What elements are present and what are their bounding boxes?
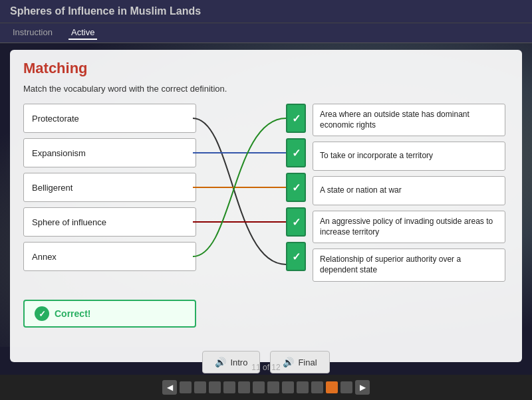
matching-lines: [193, 104, 326, 290]
correct-label: Correct!: [55, 308, 90, 319]
intro-audio-icon: 🔊: [215, 357, 226, 367]
def-5[interactable]: Relationship of superior authority over …: [313, 249, 505, 281]
page-label: 11 of 12: [251, 363, 280, 372]
matching-area: Protectorate Expansionism Belligerent Sp…: [23, 104, 509, 290]
check-5: ✓: [286, 242, 306, 271]
term-3[interactable]: Belligerent: [23, 173, 196, 202]
intro-label: Intro: [230, 357, 247, 367]
main-content: Matching Match the vocabulary word with …: [10, 50, 522, 362]
nav-bar: ◀ ▶: [0, 375, 532, 400]
nav-dot-7[interactable]: [267, 381, 279, 393]
nav-dot-6[interactable]: [253, 381, 265, 393]
correct-icon: ✓: [35, 306, 49, 321]
check-2: ✓: [286, 138, 306, 167]
tab-instruction[interactable]: Instruction: [10, 26, 55, 40]
term-5[interactable]: Annex: [23, 242, 196, 271]
nav-dot-9[interactable]: [297, 381, 309, 393]
tab-active[interactable]: Active: [68, 26, 97, 40]
def-1[interactable]: Area where an outside state has dominant…: [313, 104, 505, 136]
nav-dot-11[interactable]: [326, 381, 338, 393]
instruction-text: Match the vocabulary word with the corre…: [23, 84, 509, 94]
term-2[interactable]: Expansionism: [23, 138, 196, 167]
nav-dot-12[interactable]: [340, 381, 352, 393]
title-bar: Spheres of Influence in Muslim Lands: [0, 0, 532, 23]
def-4[interactable]: An aggressive policy of invading outside…: [313, 211, 505, 243]
nav-dot-1[interactable]: [180, 381, 192, 393]
def-3[interactable]: A state or nation at war: [313, 176, 505, 205]
def-2[interactable]: To take or incorporate a territory: [313, 142, 505, 171]
nav-dot-10[interactable]: [311, 381, 323, 393]
defs-column: Area where an outside state has dominant…: [313, 104, 505, 282]
nav-dot-8[interactable]: [282, 381, 294, 393]
nav-dot-2[interactable]: [194, 381, 206, 393]
checkboxes-col: ✓ ✓ ✓ ✓ ✓: [286, 104, 306, 271]
check-4: ✓: [286, 207, 306, 237]
term-4[interactable]: Sphere of influence: [23, 207, 196, 237]
check-1: ✓: [286, 104, 306, 133]
nav-dot-3[interactable]: [209, 381, 221, 393]
nav-prev[interactable]: ◀: [162, 380, 177, 395]
nav-dot-5[interactable]: [238, 381, 250, 393]
check-3: ✓: [286, 173, 306, 202]
tab-bar: Instruction Active: [0, 23, 532, 43]
final-audio-icon: 🔊: [283, 357, 294, 367]
terms-column: Protectorate Expansionism Belligerent Sp…: [23, 104, 196, 271]
term-1[interactable]: Protectorate: [23, 104, 196, 133]
final-label: Final: [298, 357, 317, 367]
nav-next[interactable]: ▶: [355, 380, 370, 395]
nav-dot-4[interactable]: [223, 381, 235, 393]
window-title: Spheres of Influence in Muslim Lands: [10, 5, 201, 17]
activity-title: Matching: [23, 60, 509, 77]
correct-banner: ✓ Correct!: [23, 300, 196, 328]
